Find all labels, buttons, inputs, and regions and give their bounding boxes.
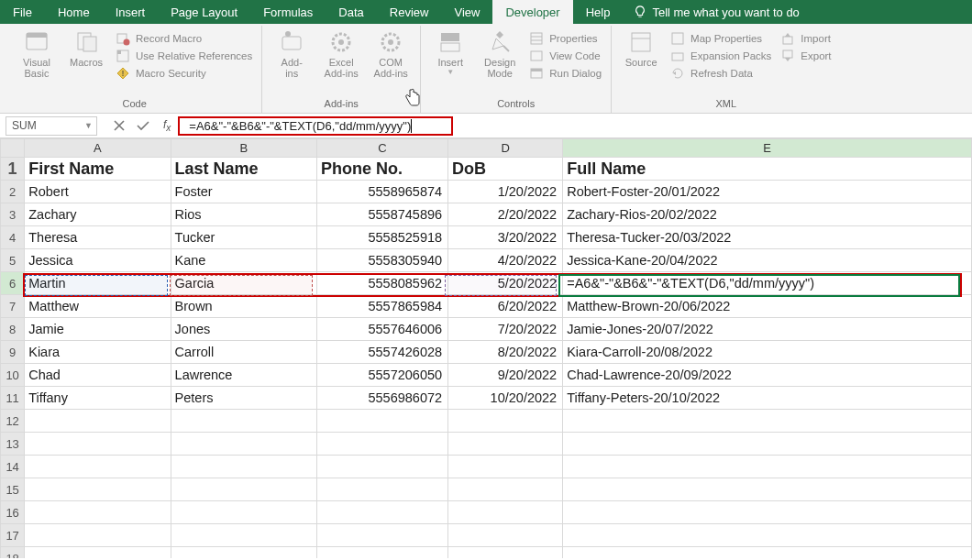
xml-import-button[interactable]: Import [780, 31, 831, 46]
row-header-14[interactable]: 14 [1, 456, 25, 478]
cell[interactable]: 7/20/2022 [448, 318, 563, 341]
cell[interactable]: Lawrence [171, 364, 316, 387]
row-header-4[interactable]: 4 [1, 226, 25, 249]
run-dialog-button[interactable]: Run Dialog [529, 66, 602, 81]
table-row[interactable]: 5JessicaKane55583059404/20/2022Jessica-K… [1, 249, 972, 272]
cell[interactable]: Jessica [25, 249, 171, 272]
cell[interactable]: Jamie-Jones-20/07/2022 [563, 318, 972, 341]
xml-export-button[interactable]: Export [780, 49, 831, 63]
row-header-13[interactable]: 13 [1, 433, 25, 456]
cell[interactable]: Peters [171, 387, 316, 410]
row-header-17[interactable]: 17 [1, 524, 25, 547]
cell[interactable]: 10/20/2022 [448, 387, 563, 410]
cell[interactable]: Kane [171, 249, 316, 272]
cell[interactable]: =A6&"-"&B6&"-"&TEXT(D6,"dd/mm/yyyy") [563, 272, 972, 295]
table-row[interactable]: 6MartinGarcia55580859625/20/2022=A6&"-"&… [1, 272, 972, 295]
tab-developer[interactable]: Developer [492, 0, 572, 24]
com-addins-button[interactable]: COMAdd-ins [370, 26, 411, 79]
cell[interactable]: Theresa [25, 226, 171, 249]
row-header-7[interactable]: 7 [1, 295, 25, 318]
cell[interactable]: Matthew-Brown-20/06/2022 [563, 295, 972, 318]
cell[interactable]: 3/20/2022 [448, 226, 563, 249]
cell[interactable]: 5557426028 [316, 341, 447, 364]
tab-page-layout[interactable]: Page Layout [158, 0, 250, 24]
xml-source-button[interactable]: Source [621, 26, 661, 68]
table-row[interactable]: 7MatthewBrown55578659846/20/2022Matthew-… [1, 295, 972, 318]
refresh-data-button[interactable]: Refresh Data [670, 66, 771, 81]
tab-home[interactable]: Home [45, 0, 103, 24]
table-row[interactable]: 4TheresaTucker55585259183/20/2022Theresa… [1, 226, 972, 249]
header-cell[interactable]: Last Name [171, 158, 316, 181]
table-row[interactable]: 3ZacharyRios55587458962/20/2022Zachary-R… [1, 203, 972, 226]
row-header-18[interactable]: 18 [1, 547, 25, 559]
table-row[interactable]: 14 [1, 456, 972, 478]
row-header-10[interactable]: 10 [1, 364, 25, 387]
table-row[interactable]: 13 [1, 433, 972, 456]
table-row[interactable]: 9KiaraCarroll55574260288/20/2022Kiara-Ca… [1, 341, 972, 364]
cell[interactable]: Robert-Foster-20/01/2022 [563, 181, 972, 203]
view-code-button[interactable]: View Code [529, 49, 602, 63]
row-header-5[interactable]: 5 [1, 249, 25, 272]
table-row[interactable]: 18 [1, 547, 972, 559]
col-header-a[interactable]: A [25, 139, 171, 158]
table-row[interactable]: 11TiffanyPeters555698607210/20/2022Tiffa… [1, 387, 972, 410]
cell[interactable]: 5558965874 [316, 181, 447, 203]
cell[interactable]: 5558305940 [316, 249, 447, 272]
macros-button[interactable]: Macros [66, 26, 106, 68]
expansion-packs-button[interactable]: Expansion Packs [670, 49, 771, 63]
excel-addins-button[interactable]: ExcelAdd-ins [321, 26, 361, 79]
addins-button[interactable]: Add-ins [271, 26, 312, 79]
cell[interactable]: 9/20/2022 [448, 364, 563, 387]
cell[interactable]: 5/20/2022 [448, 272, 563, 295]
cell[interactable]: Robert [25, 181, 171, 203]
table-row[interactable]: 16 [1, 501, 972, 524]
cell[interactable]: Chad-Lawrence-20/09/2022 [563, 364, 972, 387]
cell[interactable]: Rios [171, 203, 316, 226]
cell[interactable]: Jamie [25, 318, 171, 341]
cell[interactable]: 6/20/2022 [448, 295, 563, 318]
table-row[interactable]: 8JamieJones55576460067/20/2022Jamie-Jone… [1, 318, 972, 341]
cell[interactable]: Jones [171, 318, 316, 341]
cell[interactable]: 5557865984 [316, 295, 447, 318]
macro-security-button[interactable]: !Macro Security [116, 66, 252, 81]
cell[interactable]: 5557206050 [316, 364, 447, 387]
cell[interactable]: Garcia [171, 272, 316, 295]
use-relative-button[interactable]: Use Relative References [116, 49, 252, 63]
name-box[interactable]: SUM ▼ [6, 116, 97, 136]
cell[interactable]: 8/20/2022 [448, 341, 563, 364]
table-row[interactable]: 12 [1, 410, 972, 433]
cell[interactable]: Chad [25, 364, 171, 387]
cell[interactable]: 5556986072 [316, 387, 447, 410]
tab-view[interactable]: View [441, 0, 492, 24]
cell[interactable]: 5558085962 [316, 272, 447, 295]
record-macro-button[interactable]: Record Macro [116, 31, 252, 46]
cell[interactable]: 4/20/2022 [448, 249, 563, 272]
row-header-16[interactable]: 16 [1, 501, 25, 524]
spreadsheet-grid[interactable]: ABCDE 1First NameLast NamePhone No.DoBFu… [0, 138, 972, 558]
column-header-row[interactable]: ABCDE [1, 139, 972, 158]
row-header-1[interactable]: 1 [1, 158, 25, 181]
cell[interactable]: Matthew [25, 295, 171, 318]
col-header-d[interactable]: D [448, 139, 563, 158]
table-row[interactable]: 17 [1, 524, 972, 547]
cell[interactable]: Carroll [171, 341, 316, 364]
header-cell[interactable]: DoB [448, 158, 563, 181]
fx-icon[interactable]: fx [160, 118, 178, 133]
header-cell[interactable]: Full Name [563, 158, 972, 181]
cell[interactable]: Kiara [25, 341, 171, 364]
cancel-formula-button[interactable] [112, 118, 127, 133]
cell[interactable]: Jessica-Kane-20/04/2022 [563, 249, 972, 272]
cell[interactable]: 2/20/2022 [448, 203, 563, 226]
cell[interactable]: Theresa-Tucker-20/03/2022 [563, 226, 972, 249]
confirm-formula-button[interactable] [136, 118, 150, 133]
table-row[interactable]: 2RobertFoster55589658741/20/2022Robert-F… [1, 181, 972, 203]
row-header-12[interactable]: 12 [1, 410, 25, 433]
col-header-e[interactable]: E [563, 139, 972, 158]
cell[interactable]: 5558745896 [316, 203, 447, 226]
tell-me-search[interactable]: Tell me what you want to do [634, 0, 799, 24]
cell[interactable]: 5557646006 [316, 318, 447, 341]
tab-formulas[interactable]: Formulas [250, 0, 326, 24]
header-cell[interactable]: Phone No. [316, 158, 447, 181]
cell[interactable]: Tucker [171, 226, 316, 249]
chevron-down-icon[interactable]: ▼ [84, 121, 93, 130]
